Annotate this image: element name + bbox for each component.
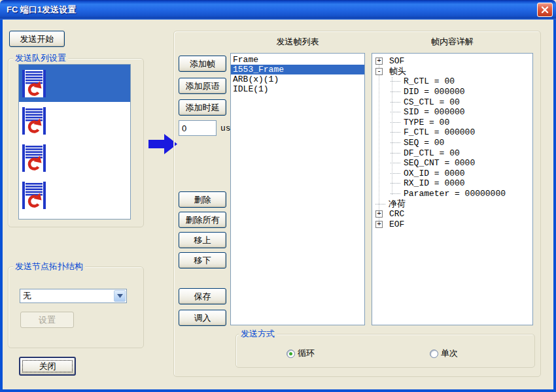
dialog-window: FC 端口1发送设置 发送开始 发送队列设置 xyxy=(0,0,556,392)
close-icon[interactable] xyxy=(537,3,553,17)
tree-node[interactable]: F_CTL = 000000 xyxy=(372,127,532,138)
tree-header: 帧内容详解 xyxy=(372,36,533,48)
tree-node-label: SEQ = 00 xyxy=(404,138,444,148)
tree-node-label: RX_ID = 0000 xyxy=(404,178,465,188)
tree-node-label: EOF xyxy=(389,220,404,229)
tree-node[interactable]: -帧头 xyxy=(372,67,532,77)
tree-node-label: 净荷 xyxy=(389,198,406,210)
tree-node[interactable]: +CRC xyxy=(372,209,532,220)
tree-node[interactable]: OX_ID = 0000 xyxy=(372,169,532,179)
add-primitive-button[interactable]: 添加原语 xyxy=(179,78,226,94)
topology-settings-button[interactable]: 设置 xyxy=(20,312,74,328)
expand-icon[interactable]: + xyxy=(375,210,383,218)
window-border xyxy=(0,389,556,392)
move-up-button[interactable]: 移上 xyxy=(179,232,226,248)
window-title: FC 端口1发送设置 xyxy=(7,0,76,20)
send-mode-option[interactable]: 循环 xyxy=(287,348,315,359)
send-mode-options: 循环单次 xyxy=(287,348,458,359)
frame-list-item[interactable]: Frame xyxy=(231,55,364,65)
radio-icon[interactable] xyxy=(430,350,438,358)
x-glyph xyxy=(541,6,549,14)
tree-connector xyxy=(391,153,400,154)
tree-connector xyxy=(391,173,400,174)
add-frame-button[interactable]: 添加帧 xyxy=(179,56,226,72)
tree-node-label: CRC xyxy=(389,209,404,219)
tree-node[interactable]: TYPE = 00 xyxy=(372,118,532,128)
tree-node-label: F_CTL = 000000 xyxy=(404,127,475,137)
queue-item[interactable] xyxy=(19,139,130,176)
tree-node[interactable]: SID = 000000 xyxy=(372,107,532,118)
title-bar[interactable]: FC 端口1发送设置 xyxy=(0,0,556,20)
tree-node[interactable]: +EOF xyxy=(372,220,532,230)
tree-node-label: CS_CTL = 00 xyxy=(404,97,460,107)
tree-node-label: 帧头 xyxy=(389,65,406,77)
tree-node[interactable]: +SOF xyxy=(372,56,532,67)
save-button[interactable]: 保存 xyxy=(179,288,226,304)
queue-item[interactable] xyxy=(19,102,130,139)
tree-node-label: DF_CTL = 00 xyxy=(404,148,460,158)
frame-loop-icon xyxy=(22,144,46,172)
topology-combobox[interactable]: 无 xyxy=(20,289,127,303)
frame-list-item[interactable]: ARB(x)(1) xyxy=(231,74,364,84)
tree-node-label: SEQ_CNT = 0000 xyxy=(404,158,475,168)
queue-group-caption: 发送队列设置 xyxy=(13,54,68,63)
window-border xyxy=(553,20,556,392)
send-mode-caption: 发送方式 xyxy=(239,329,277,338)
radio-icon[interactable] xyxy=(287,350,295,358)
tree-node-label: DID = 000000 xyxy=(404,87,465,97)
frame-list[interactable]: Frame1553_FrameARB(x)(1)IDLE(1) xyxy=(230,53,365,325)
move-down-button[interactable]: 移下 xyxy=(179,252,226,269)
tree-node[interactable]: Parameter = 00000000 xyxy=(372,189,532,199)
tree-node[interactable]: SEQ = 00 xyxy=(372,138,532,148)
delete-all-button[interactable]: 删除所有 xyxy=(179,212,226,228)
delay-unit-label: us xyxy=(220,123,231,133)
frame-loop-icon xyxy=(22,107,46,135)
add-delay-button[interactable]: 添加时延 xyxy=(179,99,226,116)
delay-value-input[interactable] xyxy=(179,120,217,136)
tree-connector xyxy=(391,102,400,103)
tree-node-label: TYPE = 00 xyxy=(404,118,449,127)
tree-node[interactable]: 净荷 xyxy=(372,199,532,209)
radio-label: 单次 xyxy=(441,348,458,359)
collapse-icon[interactable]: - xyxy=(375,68,383,75)
send-mode-option[interactable]: 单次 xyxy=(430,348,458,359)
tree-connector xyxy=(391,193,400,194)
tree-connector xyxy=(391,183,400,184)
delete-button[interactable]: 删除 xyxy=(179,191,226,208)
tree-node[interactable]: DID = 000000 xyxy=(372,87,532,97)
send-mode-group: 循环单次 xyxy=(235,334,535,368)
queue-list[interactable] xyxy=(18,64,131,220)
tree-node[interactable]: CS_CTL = 00 xyxy=(372,97,532,107)
load-button[interactable]: 调入 xyxy=(179,310,226,326)
expand-icon[interactable]: + xyxy=(375,57,383,65)
frame-list-item[interactable]: IDLE(1) xyxy=(231,84,364,94)
tree-connector xyxy=(375,204,385,204)
queue-item[interactable] xyxy=(19,176,130,214)
tree-node-label: OX_ID = 0000 xyxy=(404,169,465,178)
expand-icon[interactable]: + xyxy=(375,221,383,228)
tree-node[interactable]: DF_CTL = 00 xyxy=(372,148,532,158)
tree-connector xyxy=(391,112,400,112)
tree-connector xyxy=(391,142,400,143)
tree-node-label: R_CTL = 00 xyxy=(404,76,455,86)
tree-connector xyxy=(391,163,400,163)
tree-node[interactable]: R_CTL = 00 xyxy=(372,76,532,87)
close-dialog-label: 关闭 xyxy=(39,361,56,372)
tree-connector xyxy=(391,91,400,92)
tree-node[interactable]: RX_ID = 0000 xyxy=(372,178,532,189)
close-dialog-button[interactable]: 关闭 xyxy=(19,357,76,376)
frame-list-header: 发送帧列表 xyxy=(230,36,365,48)
tree-connector xyxy=(391,132,400,133)
frame-list-item[interactable]: 1553_Frame xyxy=(231,65,364,74)
topology-group-caption: 发送节点拓扑结构 xyxy=(13,262,85,271)
frame-tree[interactable]: +SOF-帧头R_CTL = 00DID = 000000CS_CTL = 00… xyxy=(372,53,533,325)
combobox-value: 无 xyxy=(20,290,114,302)
tree-node[interactable]: SEQ_CNT = 0000 xyxy=(372,158,532,169)
queue-item[interactable] xyxy=(19,65,130,102)
start-send-button[interactable]: 发送开始 xyxy=(9,31,65,47)
window-border xyxy=(0,20,3,392)
tree-connector xyxy=(391,81,400,82)
chevron-down-icon[interactable] xyxy=(114,290,126,302)
frame-loop-icon xyxy=(22,182,46,209)
tree-node-label: SOF xyxy=(389,56,404,66)
